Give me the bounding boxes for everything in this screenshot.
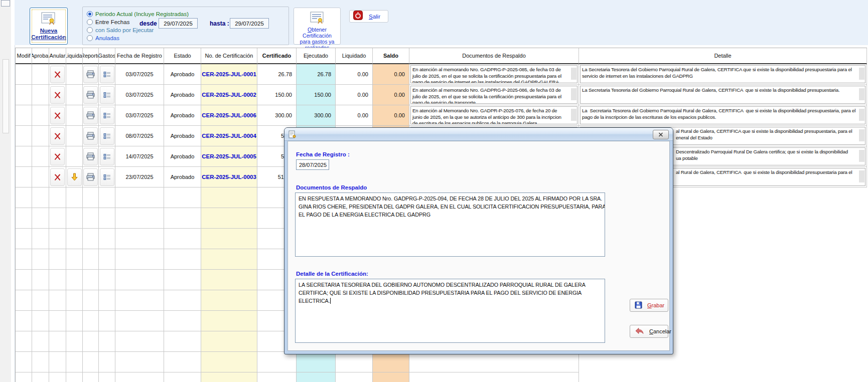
- table-header-row: Modif Aprobar Anular Liquidar Reporte Ga…: [16, 48, 867, 64]
- detalle-certificacion-textarea[interactable]: LA SECRETARIA TESORERA DEL GOBIERNO AUTO…: [295, 279, 605, 343]
- liquidar-button[interactable]: [67, 168, 82, 186]
- detalle-certificacion-label: Detalle de la Certificación:: [296, 271, 368, 277]
- fecha-registro-label: Fecha de Registro :: [296, 151, 350, 157]
- gastos-button[interactable]: [100, 168, 114, 186]
- toolbar: Nueva Certificación Periodo Actual (Incl…: [15, 0, 868, 45]
- gastos-button[interactable]: [100, 66, 114, 83]
- saldo-cell: 0.00: [373, 85, 409, 105]
- documentos-cell[interactable]: En atención al Memorando Nro. GADPR-P-20…: [410, 106, 577, 124]
- radio-periodo-actual[interactable]: Periodo Actual (Incluye Registradas): [87, 11, 189, 18]
- documentos-cell[interactable]: En atención al memorando Nro. GADPRG-P-2…: [410, 65, 577, 83]
- hasta-date-input[interactable]: 29/07/2025: [230, 18, 269, 29]
- reporte-button[interactable]: [83, 86, 98, 104]
- modif-cell: [16, 126, 32, 146]
- reporte-button[interactable]: [83, 148, 98, 165]
- gastos-button[interactable]: [100, 127, 114, 145]
- gastos-button[interactable]: [100, 148, 114, 165]
- anular-button[interactable]: [50, 127, 65, 145]
- cert-number-link[interactable]: CER-2025-JUL-0003: [201, 167, 257, 187]
- documentos-respaldo-label: Documentos de Respaldo: [296, 184, 367, 190]
- detalle-cell[interactable]: La Secretaria Tesorera del Gobierno Parr…: [580, 106, 865, 124]
- estado-cell: Aprobado: [164, 105, 201, 126]
- left-splitter-grip[interactable]: [3, 59, 9, 133]
- window-restore-box[interactable]: [1, 0, 10, 7]
- header-anular: Anular: [49, 48, 66, 64]
- documentos-respaldo-textarea[interactable]: EN RESPUESTA A MEMORANDO Nro. GADPRG-P-2…: [295, 193, 605, 257]
- desde-date-input[interactable]: 29/07/2025: [159, 18, 198, 29]
- empty-row: [16, 372, 867, 382]
- certificado-cell: 26.78: [257, 64, 297, 85]
- app-window: Nueva Certificación Periodo Actual (Incl…: [0, 0, 868, 382]
- certification-edit-dialog: Fecha de Registro : 28/07/2025 Documento…: [284, 127, 673, 354]
- liquidado-cell: 0.00: [336, 64, 373, 85]
- fecha-registro-input[interactable]: 28/07/2025: [296, 159, 329, 170]
- radio-entre-fechas[interactable]: Entre Fechas: [87, 19, 129, 26]
- radio-icon: [87, 35, 93, 41]
- anular-button[interactable]: [50, 168, 65, 186]
- fecha-cell: 14/07/2025: [115, 146, 164, 167]
- cert-number-link[interactable]: CER-2025-JUL-0005: [201, 146, 257, 167]
- header-saldo: Saldo: [373, 48, 409, 64]
- anular-button[interactable]: [50, 148, 65, 165]
- fecha-cell: 03/07/2025: [115, 105, 164, 126]
- radio-icon: [87, 11, 93, 17]
- fecha-cell: 03/07/2025: [115, 64, 164, 85]
- header-fecha-registro: Fecha de Registro: [115, 48, 164, 64]
- anular-button[interactable]: [50, 86, 65, 104]
- hasta-label: hasta :: [210, 20, 229, 27]
- saldo-cell: 0.00: [373, 105, 409, 126]
- ejecutado-cell: 300.00: [297, 105, 336, 126]
- estado-cell: Aprobado: [164, 146, 201, 167]
- dialog-body: Fecha de Registro : 28/07/2025 Documento…: [287, 141, 670, 351]
- reporte-button[interactable]: [83, 127, 98, 145]
- radio-anuladas[interactable]: Anuladas: [87, 35, 119, 42]
- documentos-cell[interactable]: En atención al memorando Nro. GADPRG-P-2…: [410, 86, 577, 104]
- close-icon[interactable]: [653, 130, 669, 139]
- header-no-certificacion: No. de Certificación: [201, 48, 257, 64]
- salir-button[interactable]: Salir: [349, 10, 388, 23]
- floppy-save-icon: [635, 301, 642, 310]
- estado-cell: Aprobado: [164, 64, 201, 85]
- modif-cell: [16, 105, 32, 126]
- cert-number-link[interactable]: CER-2025-JUL-0001: [201, 64, 257, 85]
- reporte-button[interactable]: [83, 168, 98, 186]
- modif-cell: [16, 167, 32, 187]
- table-row: 03/07/2025AprobadoCER-2025-JUL-0006300.0…: [16, 105, 867, 126]
- cert-number-link[interactable]: CER-2025-JUL-0002: [201, 85, 257, 105]
- fecha-cell: 03/07/2025: [115, 85, 164, 105]
- anular-button[interactable]: [50, 107, 65, 124]
- radio-icon: [87, 27, 93, 33]
- liquidado-cell: 0.00: [336, 105, 373, 126]
- focus-rect: [32, 10, 66, 43]
- header-aprobar: Aprobar: [32, 48, 49, 64]
- anular-button[interactable]: [50, 66, 65, 83]
- liquidado-cell: 0.00: [336, 85, 373, 105]
- header-reporte: Reporte: [83, 48, 99, 64]
- aprobar-cell: [32, 85, 49, 105]
- header-gastos: Gastos: [99, 48, 115, 64]
- aprobar-cell: [32, 167, 49, 187]
- fecha-cell: 08/07/2025: [115, 126, 164, 146]
- obtener-certificacion-button[interactable]: Obtener Certificación para gastos ya rea…: [294, 8, 341, 45]
- cert-number-link[interactable]: CER-2025-JUL-0006: [201, 105, 257, 126]
- salir-label: Salir: [369, 14, 380, 20]
- header-liquidar: Liquidar: [66, 48, 83, 64]
- cert-number-link[interactable]: CER-2025-JUL-0004: [201, 126, 257, 146]
- header-liquidado: Liquidado: [336, 48, 373, 64]
- detalle-cell[interactable]: La Secretaria Tesorera del Gobierno Parr…: [580, 65, 865, 83]
- fecha-cell: 23/07/2025: [115, 167, 164, 187]
- estado-cell: Aprobado: [164, 85, 201, 105]
- grabar-button[interactable]: Grabar: [630, 299, 668, 312]
- gastos-button[interactable]: [100, 107, 114, 124]
- nueva-certificacion-button[interactable]: Nueva Certificación: [30, 8, 68, 45]
- cancelar-label: Cancelar: [649, 328, 671, 334]
- dialog-titlebar: [284, 128, 673, 141]
- detalle-cell[interactable]: La Secretaria Tesoreria del Gobierno Par…: [580, 86, 865, 104]
- aprobar-cell: [32, 126, 49, 146]
- left-panel-gap: [11, 0, 15, 382]
- reporte-button[interactable]: [83, 107, 98, 124]
- radio-con-saldo[interactable]: con Saldo por Ejecutar: [87, 27, 154, 34]
- reporte-button[interactable]: [83, 66, 98, 83]
- cancelar-button[interactable]: Cancelar: [630, 325, 668, 338]
- gastos-button[interactable]: [100, 86, 114, 104]
